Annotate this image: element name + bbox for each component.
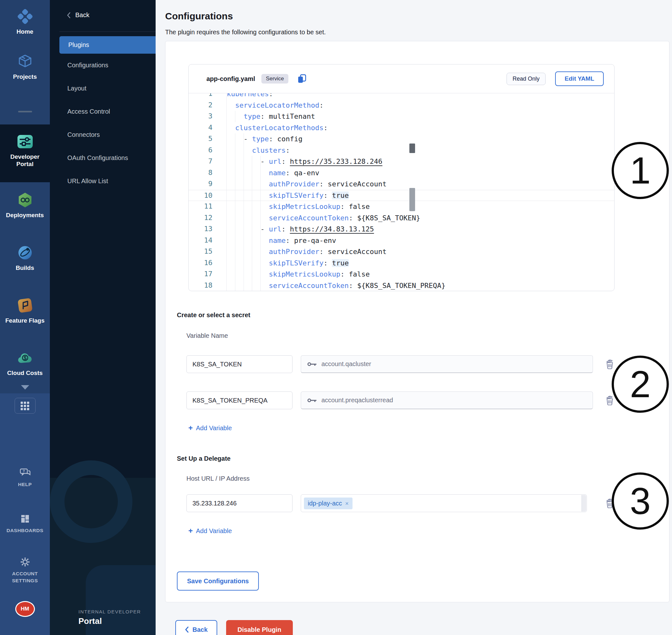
code-token-p: :: [341, 270, 349, 278]
sidebar-item-dashboards[interactable]: DASHBOARDS: [6, 513, 43, 534]
code-line[interactable]: 11 skipMetricsLookup: false: [189, 201, 614, 213]
code-token-h: true: [332, 259, 349, 267]
sidebar-item-help[interactable]: ?HELP: [6, 467, 43, 488]
code-line-content: skipMetricsLookup: false: [226, 269, 614, 280]
code-line-content: name: pre-qa-env: [226, 235, 614, 246]
code-line[interactable]: 13 - url: https://34.83.13.125: [189, 223, 614, 235]
nav-back-button[interactable]: Back: [50, 0, 156, 19]
nav-item-configurations[interactable]: Configurations: [50, 54, 156, 77]
indent-guide: [252, 156, 252, 167]
code-line[interactable]: 5 - type: config: [189, 133, 614, 145]
code-line[interactable]: 8 name: qa-env: [189, 167, 614, 179]
code-line-content: kubernetes:: [226, 93, 614, 100]
cloud-costs-icon: $: [17, 350, 33, 366]
line-number: 16: [189, 258, 226, 269]
code-line[interactable]: 18 serviceAccountToken: ${K8S_SA_TOKEN_P…: [189, 280, 614, 291]
nav-item-plugins[interactable]: Plugins: [59, 36, 156, 54]
code-indent: [227, 259, 269, 267]
code-token-v: config: [277, 135, 302, 143]
save-configurations-button[interactable]: Save Configurations: [177, 571, 259, 591]
sidebar-decor-donut: [50, 460, 132, 543]
sidebar-item-account-settings[interactable]: ACCOUNT SETTINGS: [6, 556, 43, 585]
code-line[interactable]: 6 clusters:: [189, 145, 614, 156]
secret-select[interactable]: account.qacluster: [301, 355, 593, 373]
code-line[interactable]: 7 - url: https://35.233.128.246: [189, 156, 614, 167]
code-line-content: authProvider: serviceAccount: [226, 178, 614, 190]
scrollbar-mark-top[interactable]: [409, 144, 415, 153]
host-url-input[interactable]: [187, 494, 292, 512]
delete-row-button[interactable]: [605, 395, 614, 406]
code-indent: [227, 124, 235, 132]
disable-plugin-button[interactable]: Disable Plugin: [226, 620, 293, 635]
code-token-p: :: [285, 146, 290, 154]
variable-name-input[interactable]: [187, 392, 292, 409]
scrollbar-thumb[interactable]: [409, 188, 415, 211]
code-line[interactable]: 1kubernetes:: [189, 93, 614, 100]
indent-guide: [252, 178, 252, 190]
chevron-down-icon[interactable]: [21, 385, 29, 390]
sidebar-item-home[interactable]: Home: [0, 8, 50, 36]
delete-row-button[interactable]: [605, 359, 614, 370]
sidebar-item-deployments[interactable]: Deployments: [0, 192, 50, 219]
delegate-row: idp-play-acc×: [187, 494, 614, 512]
code-line[interactable]: 9 authProvider: serviceAccount: [189, 178, 614, 190]
portal-brand: INTERNAL DEVELOPER Portal: [79, 609, 141, 626]
svg-text:?: ?: [23, 469, 25, 473]
plus-icon: +: [188, 424, 193, 432]
code-line[interactable]: 17 skipMetricsLookup: false: [189, 269, 614, 280]
code-token-p: :: [260, 112, 269, 121]
code-indent: [227, 169, 269, 177]
module-list: HomeProjectsDeveloper PortalDeploymentsB…: [0, 0, 50, 377]
sidebar-item-feature-flags[interactable]: Feature Flags: [0, 297, 50, 325]
code-line[interactable]: 14 name: pre-qa-env: [189, 235, 614, 246]
code-indent: [227, 101, 235, 109]
code-token-v: ${K8S_SA_TOKEN_PREQA}: [357, 282, 446, 289]
module-grid-button[interactable]: [15, 398, 36, 414]
nav-item-layout[interactable]: Layout: [50, 77, 156, 100]
add-variable-button-delegate[interactable]: + Add Variable: [187, 527, 234, 535]
indent-guide: [260, 280, 261, 291]
nav-item-connectors[interactable]: Connectors: [50, 123, 156, 146]
nav-item-access-control[interactable]: Access Control: [50, 100, 156, 123]
code-line[interactable]: 12 serviceAccountToken: ${K8S_SA_TOKEN}: [189, 213, 614, 224]
variable-name-input[interactable]: [187, 355, 292, 373]
sidebar-item-builds[interactable]: Builds: [0, 244, 50, 272]
indent-guide: [260, 246, 261, 258]
add-variable-label: Add Variable: [196, 424, 232, 432]
indent-guide: [260, 269, 261, 280]
indent-guide: [252, 213, 252, 224]
delegate-tags-select[interactable]: idp-play-acc×: [301, 494, 587, 512]
code-line[interactable]: 15 authProvider: serviceAccount: [189, 246, 614, 258]
edit-yaml-button[interactable]: Edit YAML: [555, 71, 604, 86]
remove-tag-icon[interactable]: ×: [345, 500, 349, 506]
deployments-icon: [17, 192, 33, 208]
line-number: 9: [189, 178, 226, 190]
line-number: 13: [189, 223, 226, 235]
secret-value: account.qacluster: [321, 360, 371, 368]
sidebar-item-cloud-costs[interactable]: $Cloud Costs: [0, 350, 50, 377]
code-token-v: false: [349, 202, 370, 211]
chevron-left-icon: [185, 627, 189, 633]
nav-item-url-allow-list[interactable]: URL Allow List: [50, 170, 156, 193]
back-button[interactable]: Back: [175, 620, 217, 635]
code-line[interactable]: 16 skipTLSVerify: true: [189, 258, 614, 269]
add-variable-button-secret[interactable]: + Add Variable: [187, 424, 234, 432]
code-token-p: :: [285, 169, 294, 177]
code-line[interactable]: 2 serviceLocatorMethod:: [189, 100, 614, 111]
secret-section-heading: Create or select a secret: [177, 311, 614, 319]
line-number: 17: [189, 269, 226, 280]
nav-item-oauth-configurations[interactable]: OAuth Configurations: [50, 146, 156, 170]
code-line[interactable]: 10 skipTLSVerify: true: [189, 190, 614, 201]
code-line[interactable]: 3 type: multiTenant: [189, 111, 614, 122]
code-line[interactable]: 4 clusterLocatorMethods:: [189, 122, 614, 134]
code-token-k: authProvider: [269, 248, 319, 256]
copy-button[interactable]: [297, 74, 307, 84]
code-line-content: clusterLocatorMethods:: [226, 122, 614, 134]
code-token-v: ${K8S_SA_TOKEN}: [357, 214, 420, 222]
avatar[interactable]: HM: [16, 602, 34, 616]
sidebar-item-developer-portal[interactable]: Developer Portal: [0, 125, 50, 182]
secret-select[interactable]: account.preqaclusterread: [301, 392, 593, 409]
line-number: 5: [189, 133, 226, 145]
sidebar-item-projects[interactable]: Projects: [0, 53, 50, 81]
brand-line-2: Portal: [79, 616, 141, 626]
